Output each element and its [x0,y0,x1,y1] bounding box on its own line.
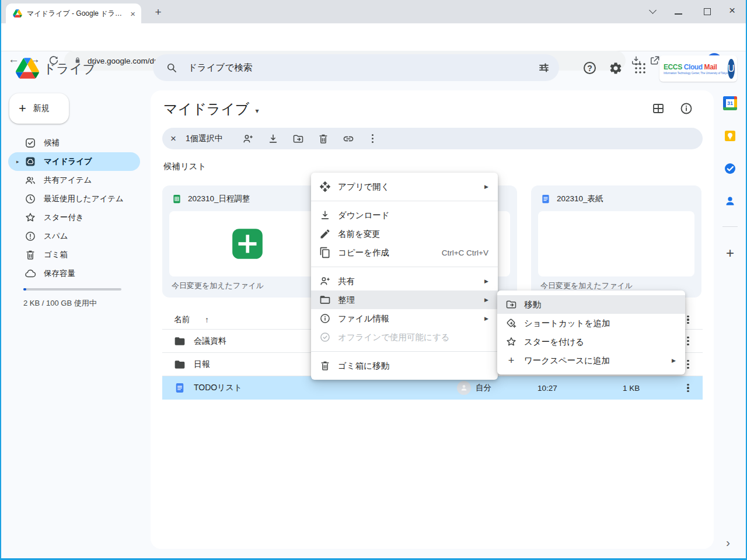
submenu-item-move[interactable]: 移動 [497,295,685,314]
menu-item-rename[interactable]: 名前を変更 [311,225,498,243]
add-shortcut-icon [505,317,517,329]
share-selected-button[interactable] [242,133,254,145]
expand-caret-icon[interactable]: ▸ [16,159,25,164]
sidebar-item-trash[interactable]: ゴミ箱 [8,246,140,264]
contacts-app-button[interactable] [723,194,737,208]
copy-link-button[interactable] [343,133,354,145]
google-apps-grid-button[interactable] [633,61,647,75]
new-tab-button[interactable]: + [152,6,165,19]
plus-icon: + [505,355,517,366]
eccs-account-badge[interactable]: ECCS Cloud Mail Information Technology C… [659,55,737,82]
clear-selection-button[interactable]: × [170,133,184,145]
window-minimize-button[interactable] [675,13,682,15]
star-icon [505,336,517,348]
submenu-arrow-icon: ▶ [484,184,488,190]
spam-warning-icon [25,230,36,242]
submenu-item-add-to-workspace[interactable]: + ワークスペースに追加 ▶ [497,351,685,370]
eccs-subtitle: Information Technology Center, The Unive… [664,72,728,75]
menu-item-organize[interactable]: 整理 ▶ [311,290,498,309]
trash-icon [25,249,36,261]
plus-icon: + [19,101,26,116]
sidebar-item-label: 最近使用したアイテム [44,194,124,204]
folder-icon [174,335,186,347]
pencil-icon [319,228,331,240]
people-icon [25,174,36,186]
hide-side-panel-chevron[interactable]: › [726,536,730,550]
clock-icon [25,193,36,205]
menu-item-move-to-trash[interactable]: ゴミ箱に移動 [311,356,498,375]
window-close-button[interactable]: × [729,4,735,17]
tab-title: マイドライブ - Google ドライブ [27,9,127,19]
browser-navbar: ← → drive.google.com/drive/my-drive U [0,23,747,51]
sidebar-item-shared[interactable]: 共有アイテム [8,171,140,190]
submenu-arrow-icon: ▶ [672,358,676,363]
search-icon [166,62,177,74]
page-title-row[interactable]: マイドライブ ▾ [163,100,259,118]
file-size: 1 KB [623,384,681,393]
search-bar[interactable]: ドライブで検索 [153,54,559,81]
row-kebab-icon[interactable] [683,382,693,394]
sidebar-item-storage[interactable]: 保存容量 [8,264,140,283]
file-row-selected[interactable]: TODOリスト 自分 10:27 1 KB [162,376,703,400]
grid-view-button[interactable] [651,102,665,116]
menu-item-download[interactable]: ダウンロード [311,206,498,225]
menu-item-make-copy[interactable]: コピーを作成 Ctrl+C Ctrl+V [311,243,498,262]
settings-gear-button[interactable] [609,61,623,75]
more-actions-kebab-icon[interactable] [368,133,378,145]
keep-app-button[interactable] [723,129,737,143]
help-button[interactable]: ? [584,62,596,74]
sidebar-item-label: 保存容量 [44,268,75,279]
owner-label: 自分 [476,383,491,393]
menu-item-open-with[interactable]: アプリで開く ▶ [311,177,498,196]
storage-progress-fill [23,288,26,290]
move-selected-button[interactable] [292,133,304,145]
suggestion-card-doc[interactable]: 202310_表紙 今日変更を加えたファイル [531,186,701,298]
download-selected-button[interactable] [267,133,279,145]
keyboard-shortcut: Ctrl+C Ctrl+V [442,249,488,257]
docs-file-icon [540,194,551,204]
sidebar-item-recent[interactable]: 最近使用したアイテム [8,190,140,208]
check-square-icon [25,137,36,149]
name-column-header[interactable]: 名前 [174,314,190,325]
search-options-tune-icon[interactable] [538,62,550,74]
submenu-arrow-icon: ▶ [484,316,488,321]
submenu-arrow-icon: ▶ [484,278,488,284]
app-name: ドライブ [43,60,96,78]
tasks-app-button[interactable] [723,162,737,176]
submenu-item-add-star[interactable]: スターを付ける [497,332,685,351]
sidebar-item-label: スター付き [44,212,83,223]
sidebar-item-label: 共有アイテム [44,175,92,186]
account-avatar[interactable]: U [728,59,735,79]
person-add-icon [319,275,331,287]
details-info-button[interactable] [679,102,693,116]
folder-icon [174,359,186,370]
new-button[interactable]: + 新規 [9,93,69,124]
trash-selected-button[interactable] [317,133,329,145]
calendar-icon: 31 [723,96,737,110]
calendar-app-button[interactable]: 31 [723,96,737,110]
suggestion-card-sheet[interactable]: 202310_日程調整 今日変更を加えたファイル [162,186,333,298]
menu-divider [311,351,498,352]
suggestions-heading: 候補リスト [163,161,207,172]
sidebar-item-my-drive[interactable]: ▸ マイドライブ [8,152,140,171]
menu-item-share[interactable]: 共有 ▶ [311,272,498,290]
menu-item-file-info[interactable]: ファイル情報 ▶ [311,309,498,328]
sidebar-item-suggested[interactable]: 候補 [8,134,140,152]
menu-item-offline: オフラインで使用可能にする [311,328,498,346]
tab-search-chevron-icon[interactable] [648,8,657,15]
sort-ascending-icon[interactable]: ↑ [205,315,209,324]
card-thumbnail [169,211,326,276]
sidebar-item-spam[interactable]: スパム [8,227,140,246]
browser-tab[interactable]: マイドライブ - Google ドライブ × [6,4,141,23]
search-input[interactable]: ドライブで検索 [188,62,538,74]
card-thumbnail [538,211,694,276]
submenu-item-add-shortcut[interactable]: ショートカットを追加 [497,314,685,332]
docs-file-icon [174,382,186,394]
window-maximize-button[interactable] [704,8,711,15]
tab-close-icon[interactable]: × [130,9,135,19]
share-page-button[interactable] [649,55,661,66]
eccs-logo: ECCS Cloud Mail [664,63,728,71]
add-apps-button[interactable]: + [724,245,736,261]
file-name: TODOリスト [194,383,457,393]
sidebar-item-starred[interactable]: スター付き [8,208,140,227]
